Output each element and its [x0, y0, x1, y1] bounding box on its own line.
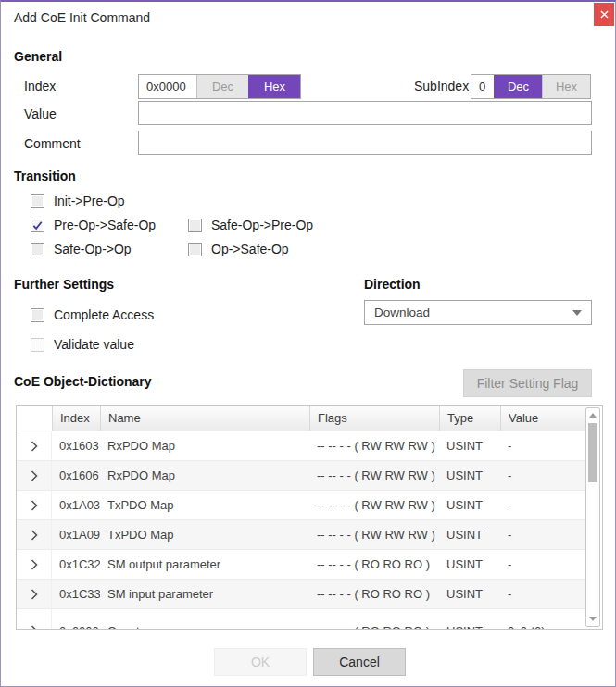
dialog-title: Add CoE Init Command [14, 10, 150, 25]
checkbox-label: Op->Safe-Op [211, 242, 289, 256]
column-header-expander[interactable] [17, 406, 52, 431]
transition-safeop-op: Safe-Op->Op [31, 239, 132, 259]
cell-flags: -- -- - - ( RW RW RW ) [309, 491, 439, 519]
table-row[interactable]: 0x1A03 TxPDO Map -- -- - - ( RW RW RW ) … [17, 491, 585, 520]
subindex-control: 0 Dec Hex [471, 74, 591, 99]
cell-name: TxPDO Map [100, 491, 309, 519]
cell-flags: -- -- - - ( RO RO RO ) [309, 580, 439, 608]
dropdown-arrow-icon [572, 310, 582, 316]
cell-name: Counter [100, 609, 309, 630]
filter-setting-flag-button[interactable]: Filter Setting Flag [463, 369, 592, 397]
expand-chevron-icon[interactable] [28, 624, 41, 630]
checkbox-label: Validate value [54, 337, 134, 352]
scroll-down-icon[interactable] [589, 617, 597, 621]
cell-type: USINT [439, 609, 500, 630]
subindex-input[interactable]: 0 [471, 75, 494, 98]
index-dec-button[interactable]: Dec [196, 75, 248, 98]
column-header-flags[interactable]: Flags [309, 406, 439, 431]
coe-object-dictionary-table: Index Name Flags Type Value 0x1603 RxPDO… [16, 405, 603, 630]
cell-value: - [500, 520, 585, 549]
table-row[interactable]: 0x1C33 SM input parameter -- -- - - ( RO… [17, 580, 585, 609]
expand-chevron-icon[interactable] [28, 588, 41, 601]
cell-index: 0x1C32 [52, 550, 100, 579]
cancel-button[interactable]: Cancel [313, 648, 406, 676]
comment-label: Comment [24, 136, 81, 151]
checkbox-safeop-op[interactable] [31, 243, 44, 256]
add-coe-init-command-dialog: Add CoE Init Command General Index 0x000… [0, 0, 616, 687]
further-complete-access: Complete Access [31, 305, 154, 325]
cell-index: 0x1603 [52, 431, 100, 460]
section-heading-transition: Transition [14, 169, 76, 183]
index-hex-button[interactable]: Hex [248, 75, 300, 98]
cell-flags: -- -- - - ( RW RW RW ) [309, 520, 439, 549]
cell-index: 0x1C33 [52, 580, 100, 608]
expand-chevron-icon[interactable] [28, 558, 41, 571]
index-label: Index [24, 79, 56, 94]
checkbox-safeop-preop[interactable] [188, 219, 202, 232]
column-header-name[interactable]: Name [100, 406, 309, 431]
expand-chevron-icon[interactable] [28, 469, 41, 482]
checkbox-label: Pre-Op->Safe-Op [54, 218, 156, 232]
cell-type: USINT [439, 491, 500, 519]
table-row[interactable]: 0x1603 RxPDO Map -- -- - - ( RW RW RW ) … [17, 431, 585, 461]
checkbox-complete-access[interactable] [31, 308, 44, 322]
cell-value: - [500, 461, 585, 490]
section-heading-further-settings: Further Settings [14, 277, 114, 292]
scroll-up-icon[interactable] [589, 413, 597, 418]
cell-name: SM output parameter [100, 550, 309, 579]
checkbox-label: Complete Access [54, 307, 154, 322]
expand-chevron-icon[interactable] [28, 499, 41, 512]
cell-type: USINT [439, 461, 500, 490]
cell-name: TxPDO Map [100, 520, 309, 549]
subindex-hex-button[interactable]: Hex [542, 75, 590, 98]
cell-index: 0x6000 [52, 609, 100, 630]
section-heading-general: General [14, 49, 62, 64]
value-label: Value [24, 106, 57, 121]
cell-value: - [500, 550, 585, 579]
direction-select[interactable]: Download [364, 300, 592, 325]
cell-value: - [500, 580, 585, 608]
cell-name: RxPDO Map [100, 461, 309, 490]
close-icon [600, 10, 609, 19]
checkbox-op-safeop[interactable] [188, 243, 202, 256]
vertical-scrollbar[interactable] [585, 407, 600, 627]
checkbox-label: Safe-Op->Pre-Op [211, 218, 313, 232]
check-icon [31, 219, 44, 231]
column-header-index[interactable]: Index [52, 406, 100, 431]
cell-value: 0x0 (0) [500, 609, 585, 630]
cell-flags: -- -- - - ( RW RW RW ) [309, 431, 439, 460]
column-header-type[interactable]: Type [439, 406, 500, 431]
section-heading-direction: Direction [364, 277, 421, 292]
ok-button[interactable]: OK [214, 648, 307, 676]
expand-chevron-icon[interactable] [28, 440, 41, 453]
cell-type: USINT [439, 431, 500, 460]
cell-index: 0x1606 [52, 461, 100, 490]
column-header-value[interactable]: Value [500, 406, 585, 431]
table-row[interactable]: 0x1C32 SM output parameter -- -- - - ( R… [17, 550, 585, 580]
checkbox-label: Safe-Op->Op [54, 242, 132, 256]
table-row[interactable]: 0x1606 RxPDO Map -- -- - - ( RW RW RW ) … [17, 461, 585, 491]
transition-op-safeop: Op->Safe-Op [188, 239, 289, 259]
cell-value: - [500, 431, 585, 460]
scrollbar-thumb[interactable] [588, 423, 597, 482]
cell-type: USINT [439, 520, 500, 549]
checkbox-preop-safeop[interactable] [31, 219, 44, 232]
expand-chevron-icon[interactable] [28, 529, 41, 542]
direction-selected-value: Download [374, 306, 430, 319]
cell-flags: -- -- - - ( RO RO RO ) [309, 550, 439, 579]
subindex-dec-button[interactable]: Dec [494, 75, 542, 98]
checkbox-label: Init->Pre-Op [54, 194, 125, 208]
table-row[interactable]: 0x6000 Counter -- -- - - ( RO RO RO ) US… [17, 609, 585, 630]
checkbox-init-preop[interactable] [31, 194, 44, 208]
section-heading-coe-dictionary: CoE Object-Dictionary [14, 374, 152, 389]
index-input[interactable]: 0x0000 [139, 75, 196, 98]
cell-index: 0x1A09 [52, 520, 100, 549]
table-row[interactable]: 0x1A09 TxPDO Map -- -- - - ( RW RW RW ) … [17, 520, 585, 550]
further-validate-value: Validate value [31, 334, 134, 355]
close-button[interactable] [594, 3, 614, 26]
cell-type: USINT [439, 550, 500, 579]
value-input[interactable] [138, 101, 592, 125]
transition-init-preop: Init->Pre-Op [31, 191, 125, 211]
comment-input[interactable] [138, 131, 592, 155]
cell-flags: -- -- - - ( RW RW RW ) [309, 461, 439, 490]
